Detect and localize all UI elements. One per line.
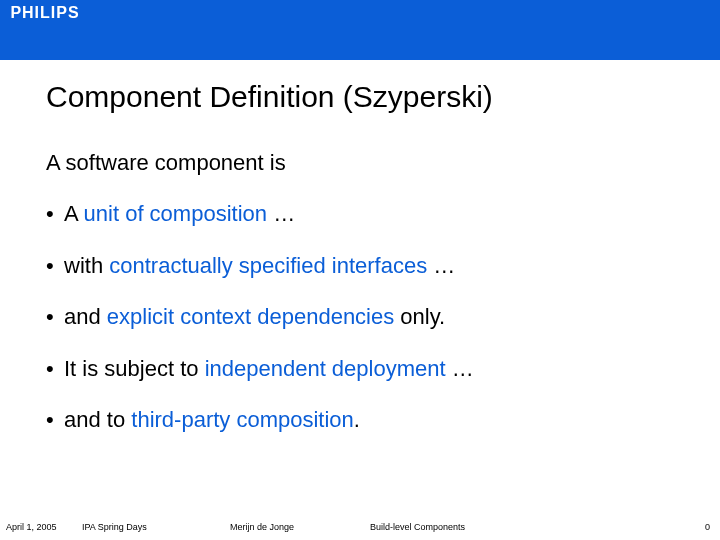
slide-title: Component Definition (Szyperski) <box>46 80 493 114</box>
bullet-marker-icon: • <box>46 200 64 228</box>
bullet-post: … <box>446 356 474 381</box>
bullet-highlight: explicit context dependencies <box>107 304 394 329</box>
bullet-post: only. <box>394 304 445 329</box>
bullet-item: •A unit of composition … <box>46 200 666 228</box>
bullet-item: •with contractually specified interfaces… <box>46 252 666 280</box>
bullet-pre: and to <box>64 407 131 432</box>
bullet-item: •It is subject to independent deployment… <box>46 355 666 383</box>
bullet-marker-icon: • <box>46 303 64 331</box>
bullet-highlight: contractually specified interfaces <box>109 253 427 278</box>
bullet-pre: and <box>64 304 107 329</box>
footer-author: Merijn de Jonge <box>230 522 294 532</box>
bullet-item: •and explicit context dependencies only. <box>46 303 666 331</box>
bullet-pre: with <box>64 253 109 278</box>
bullet-post: . <box>354 407 360 432</box>
brand-logo-text: PHILIPS <box>10 4 79 22</box>
footer-date: April 1, 2005 <box>6 522 57 532</box>
footer-event: IPA Spring Days <box>82 522 147 532</box>
bullet-pre: It is subject to <box>64 356 205 381</box>
bullet-highlight: unit of composition <box>84 201 267 226</box>
header-banner: PHILIPS <box>0 0 720 60</box>
brand-logo: PHILIPS <box>0 3 90 23</box>
bullet-highlight: third-party composition <box>131 407 354 432</box>
bullet-marker-icon: • <box>46 252 64 280</box>
intro-text: A software component is <box>46 150 666 176</box>
slide: PHILIPS Component Definition (Szyperski)… <box>0 0 720 540</box>
footer-page: 0 <box>705 522 710 532</box>
bullet-highlight: independent deployment <box>205 356 446 381</box>
bullet-pre: A <box>64 201 84 226</box>
bullet-post: … <box>427 253 455 278</box>
slide-content: A software component is •A unit of compo… <box>46 150 666 458</box>
bullet-marker-icon: • <box>46 355 64 383</box>
bullet-marker-icon: • <box>46 406 64 434</box>
bullet-post: … <box>267 201 295 226</box>
footer-topic: Build-level Components <box>370 522 465 532</box>
bullet-item: •and to third-party composition. <box>46 406 666 434</box>
